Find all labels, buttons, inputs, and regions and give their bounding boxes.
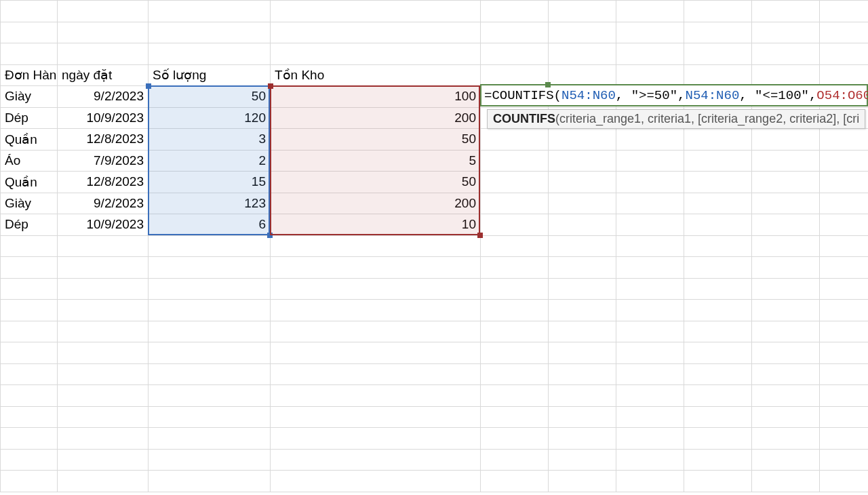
cell[interactable] <box>752 321 820 342</box>
fill-handle-blue-tl[interactable] <box>146 83 151 89</box>
cell[interactable] <box>752 172 820 193</box>
cell[interactable] <box>752 22 820 43</box>
cell[interactable] <box>820 214 869 236</box>
cell[interactable]: 10 <box>271 214 481 236</box>
cell[interactable] <box>271 385 481 407</box>
header-col2[interactable]: ngày đặt <box>58 64 149 86</box>
cell[interactable] <box>481 150 549 172</box>
cell[interactable] <box>616 428 684 450</box>
cell[interactable]: 3 <box>149 129 271 151</box>
cell[interactable] <box>1 43 58 65</box>
cell[interactable] <box>616 43 684 65</box>
cell[interactable] <box>149 257 271 279</box>
cell[interactable] <box>481 172 549 193</box>
cell[interactable]: 12/8/2023 <box>58 172 149 193</box>
header-col4[interactable]: Tồn Kho <box>271 64 481 86</box>
cell[interactable] <box>271 363 481 385</box>
cell[interactable] <box>684 172 752 193</box>
cell[interactable] <box>684 1 752 22</box>
cell[interactable] <box>684 342 752 364</box>
cell[interactable] <box>549 342 616 364</box>
cell[interactable] <box>481 363 549 385</box>
cell[interactable] <box>616 406 684 428</box>
cell[interactable] <box>684 363 752 385</box>
cell[interactable] <box>684 150 752 172</box>
cell[interactable] <box>58 235 149 257</box>
cell[interactable] <box>481 342 549 364</box>
cell[interactable] <box>752 406 820 428</box>
cell[interactable]: 9/2/2023 <box>58 86 149 108</box>
cell[interactable] <box>820 1 869 22</box>
cell[interactable] <box>820 321 869 342</box>
cell[interactable] <box>481 300 549 321</box>
cell[interactable] <box>549 172 616 193</box>
cell[interactable] <box>752 1 820 22</box>
cell[interactable] <box>1 235 58 257</box>
cell[interactable] <box>820 150 869 172</box>
cell[interactable] <box>616 235 684 257</box>
cell[interactable] <box>481 193 549 214</box>
cell[interactable] <box>684 22 752 43</box>
cell[interactable] <box>149 342 271 364</box>
cell[interactable] <box>684 471 752 492</box>
cell[interactable] <box>1 22 58 43</box>
cell[interactable] <box>752 363 820 385</box>
cell[interactable] <box>752 235 820 257</box>
cell[interactable] <box>549 22 616 43</box>
cell[interactable] <box>549 406 616 428</box>
cell[interactable] <box>1 342 58 364</box>
cell[interactable]: 5 <box>271 150 481 172</box>
cell[interactable] <box>752 385 820 407</box>
cell[interactable] <box>481 278 549 300</box>
cell[interactable] <box>684 406 752 428</box>
cell[interactable] <box>820 385 869 407</box>
cell[interactable]: 50 <box>271 172 481 193</box>
cell[interactable]: 15 <box>149 172 271 193</box>
cell[interactable] <box>271 300 481 321</box>
cell[interactable] <box>58 300 149 321</box>
cell[interactable] <box>58 406 149 428</box>
cell[interactable] <box>616 150 684 172</box>
cell[interactable]: 50 <box>149 86 271 108</box>
cell[interactable] <box>481 321 549 342</box>
cell[interactable]: Quần <box>1 172 58 193</box>
cell[interactable] <box>752 300 820 321</box>
cell[interactable] <box>820 235 869 257</box>
cell[interactable]: 100 <box>271 86 481 108</box>
cell[interactable] <box>481 257 549 279</box>
cell[interactable] <box>616 471 684 492</box>
cell[interactable] <box>1 257 58 279</box>
cell[interactable] <box>752 428 820 450</box>
cell[interactable]: 200 <box>271 107 481 129</box>
cell[interactable] <box>149 363 271 385</box>
cell[interactable] <box>149 43 271 65</box>
cell[interactable] <box>616 342 684 364</box>
fill-handle-red-br[interactable] <box>477 233 483 238</box>
cell[interactable] <box>1 385 58 407</box>
cell[interactable] <box>271 278 481 300</box>
cell[interactable] <box>1 428 58 450</box>
cell[interactable] <box>1 406 58 428</box>
cell[interactable] <box>271 449 481 471</box>
cell[interactable] <box>684 43 752 65</box>
cell[interactable] <box>684 129 752 151</box>
cell[interactable] <box>149 449 271 471</box>
cell[interactable] <box>58 257 149 279</box>
cell[interactable]: 10/9/2023 <box>58 214 149 236</box>
cell[interactable] <box>1 278 58 300</box>
cell[interactable] <box>752 257 820 279</box>
cell[interactable] <box>271 22 481 43</box>
cell[interactable] <box>481 43 549 65</box>
cell[interactable] <box>481 235 549 257</box>
cell[interactable] <box>549 300 616 321</box>
cell[interactable] <box>271 235 481 257</box>
cell[interactable]: 12/8/2023 <box>58 129 149 151</box>
cell[interactable] <box>684 235 752 257</box>
cell[interactable] <box>820 406 869 428</box>
cell[interactable] <box>684 214 752 236</box>
header-col1[interactable]: Đơn Hàng <box>1 64 58 86</box>
cell[interactable]: 6 <box>149 214 271 236</box>
cell[interactable] <box>481 449 549 471</box>
cell[interactable]: Giày <box>1 86 58 108</box>
cell[interactable] <box>1 471 58 492</box>
